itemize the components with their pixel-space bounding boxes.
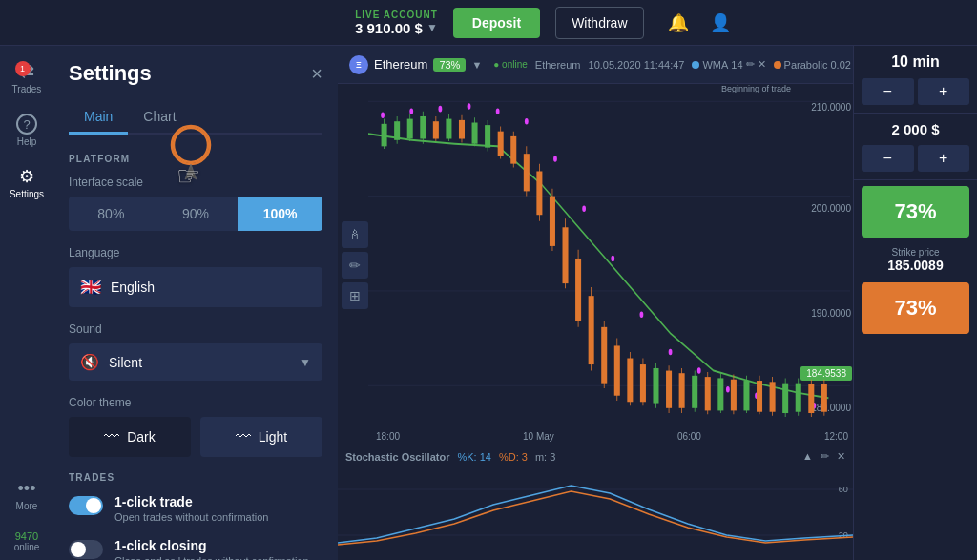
sidebar-item-settings[interactable]: ⚙ Settings (0, 158, 53, 207)
one-click-trade-option: 1-click trade Open trades without confir… (69, 494, 322, 523)
color-theme-label: Color theme (69, 396, 322, 409)
sidebar: ⇄ 1 Trades ? Help ⚙ Settings ••• More 94… (0, 46, 53, 560)
stochastic-header-icons: ▲ ✏ ✕ (802, 450, 845, 463)
top-bar: LIVE ACCOUNT 3 910.00 $ ▼ Deposit Withdr… (0, 0, 977, 46)
online-count: 9470 (14, 530, 40, 542)
online-indicator-text: ● online (493, 59, 528, 70)
help-icon: ? (16, 114, 37, 135)
stochastic-d-label: %D: 3 (499, 451, 528, 463)
language-flag: 🇬🇧 (80, 277, 101, 298)
scale-90-button[interactable]: 90% (154, 197, 239, 231)
top-bar-icons: 🔔 👤 (663, 8, 736, 38)
asset-pct-badge: 73% (433, 58, 466, 72)
stochastic-k-label: %K: 14 (457, 451, 490, 463)
amount-minus-button[interactable]: − (862, 145, 914, 172)
chart-timestamp: 10.05.2020 11:44:47 (589, 59, 685, 71)
amount-plus-button[interactable]: + (918, 145, 970, 172)
svg-point-16 (726, 386, 730, 393)
notifications-icon[interactable]: 🔔 (663, 8, 694, 38)
profit-down-button[interactable]: 73% (862, 282, 969, 334)
one-click-closing-text: 1-click closing Close and sell trades wi… (114, 538, 309, 560)
sound-select[interactable]: 🔇 Silent ▼ (69, 343, 322, 381)
tab-main[interactable]: Main (69, 101, 128, 135)
withdraw-button[interactable]: Withdraw (555, 7, 643, 39)
wma-edit-icon[interactable]: ✏ (746, 58, 755, 71)
sidebar-label-trades: Trades (12, 84, 42, 94)
profit-up-button[interactable]: 73% (862, 186, 969, 238)
stochastic-edit-icon[interactable]: ✏ (821, 450, 829, 463)
svg-point-13 (640, 312, 644, 319)
svg-point-6 (438, 106, 442, 113)
amount-ctrl-buttons: − + (862, 145, 969, 172)
chart-svg (368, 84, 850, 446)
parabolic-dot (774, 61, 781, 69)
asset-dropdown-icon: ▼ (471, 59, 482, 71)
sidebar-item-trades[interactable]: ⇄ 1 Trades (0, 53, 53, 102)
svg-point-14 (669, 349, 673, 356)
one-click-closing-toggle[interactable] (69, 540, 103, 559)
tab-chart[interactable]: Chart (128, 101, 191, 135)
wma-label: WMA (702, 59, 728, 71)
language-select[interactable]: 🇬🇧 English (69, 267, 322, 307)
settings-close-button[interactable]: × (311, 64, 322, 83)
more-icon: ••• (18, 479, 36, 499)
light-theme-icon: 〰 (236, 428, 251, 446)
deposit-button[interactable]: Deposit (453, 8, 540, 38)
eth-icon: Ξ (349, 55, 368, 74)
account-balance: 3 910.00 $ ▼ (355, 20, 438, 36)
indicator-tags: ● online Ethereum 10.05.2020 11:44:47 WM… (493, 58, 874, 71)
light-theme-button[interactable]: 〰 Light (200, 417, 322, 457)
scale-100-button[interactable]: 100% (238, 197, 322, 231)
x-label-0: 18:00 (376, 431, 400, 442)
svg-text:60: 60 (839, 485, 848, 494)
one-click-trade-toggle[interactable] (69, 496, 103, 515)
time-minus-button[interactable]: − (862, 78, 914, 105)
svg-point-4 (381, 112, 385, 118)
settings-header: Settings × (69, 61, 322, 86)
time-control: 10 min − + (854, 46, 977, 114)
asset-selector[interactable]: Ξ Ethereum 73% ▼ (349, 55, 482, 74)
language-label: Language (69, 246, 322, 259)
wma-close-icon[interactable]: ✕ (758, 58, 766, 71)
parabolic-label: Parabolic (784, 59, 828, 71)
stochastic-chart: 60 20 (338, 467, 853, 558)
trades-section-label: TRADES (69, 472, 322, 483)
online-text: online (14, 542, 40, 552)
account-info: LIVE ACCOUNT 3 910.00 $ ▼ (355, 10, 438, 36)
sidebar-item-more[interactable]: ••• More (0, 471, 53, 527)
sidebar-item-help[interactable]: ? Help (0, 106, 53, 155)
sidebar-label-settings: Settings (10, 189, 44, 199)
dark-theme-label: Dark (127, 429, 156, 445)
time-plus-button[interactable]: + (918, 78, 970, 105)
color-theme-options: 〰 Dark 〰 Light (69, 417, 322, 457)
scale-80-button[interactable]: 80% (69, 197, 154, 231)
svg-point-5 (409, 108, 413, 114)
wma-value: 14 (731, 59, 742, 71)
strike-value: 185.0089 (858, 258, 973, 273)
sound-label: Sound (69, 322, 322, 336)
svg-point-11 (582, 205, 586, 212)
dark-theme-button[interactable]: 〰 Dark (69, 417, 191, 457)
settings-panel: Settings × Main Chart PLATFORM Interface… (53, 46, 338, 560)
strike-label: Strike price (858, 247, 973, 258)
user-icon[interactable]: 👤 (705, 8, 736, 38)
sidebar-label-help: Help (17, 136, 37, 147)
chart-tools: 🕯 ✏ ⊞ (338, 218, 372, 313)
interface-scale-label: Interface scale (69, 176, 322, 189)
time-ctrl-buttons: − + (862, 78, 969, 105)
candle-tool-button[interactable]: 🕯 (342, 221, 368, 248)
stochastic-close-icon[interactable]: ✕ (837, 450, 845, 463)
amount-display: 2 000 $ (862, 121, 969, 137)
stochastic-expand-icon[interactable]: ▲ (802, 450, 813, 463)
language-name: English (111, 280, 311, 295)
wma-dot (692, 61, 699, 69)
stochastic-header: Stochastic Oscillator %K: 14 %D: 3 m: 3 … (338, 446, 853, 467)
draw-tool-button[interactable]: ✏ (342, 252, 368, 279)
sidebar-label-more: More (16, 501, 38, 511)
amount-currency: $ (931, 121, 939, 137)
settings-tabs: Main Chart (69, 101, 322, 135)
asset-timestamp: Ethereum (535, 59, 581, 71)
asset-name: Ethereum (374, 57, 427, 72)
stochastic-title: Stochastic Oscillator (345, 451, 449, 463)
grid-tool-button[interactable]: ⊞ (342, 282, 368, 309)
